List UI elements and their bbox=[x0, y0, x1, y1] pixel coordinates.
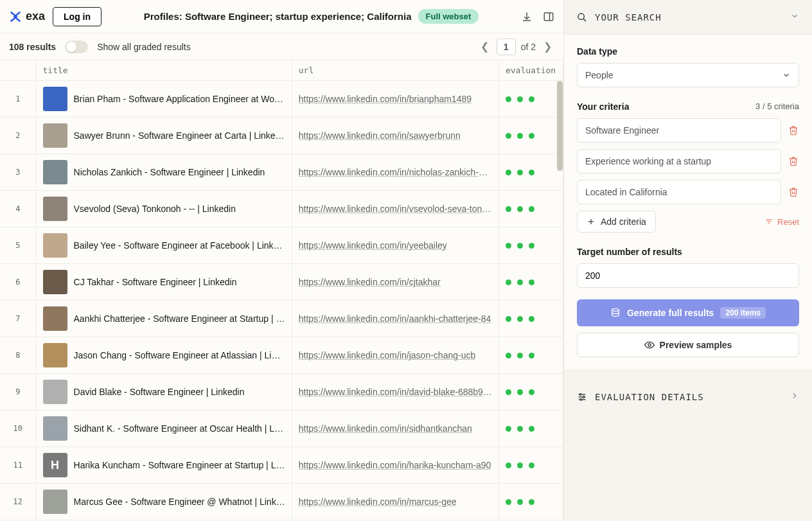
table-row[interactable]: 8Jason Chang - Software Engineer at Atla… bbox=[0, 337, 563, 374]
criteria-input[interactable]: Software Engineer bbox=[577, 118, 781, 143]
col-header-url[interactable]: url bbox=[292, 60, 499, 81]
evaluation-dots bbox=[506, 279, 556, 285]
evaluation-dots bbox=[506, 426, 556, 432]
criteria-input[interactable]: Located in California bbox=[577, 180, 781, 204]
table-row[interactable]: 9David Blake - Software Engineer | Linke… bbox=[0, 374, 563, 411]
table-row[interactable]: 12Marcus Gee - Software Engineer @ Whatn… bbox=[0, 484, 563, 520]
row-url[interactable]: https://www.linkedin.com/in/harika-kunch… bbox=[299, 460, 492, 470]
table-row[interactable]: 11HHarika Kuncham - Software Engineer at… bbox=[0, 447, 563, 484]
row-title: Vsevolod (Seva) Tonkonoh - -- | Linkedin bbox=[74, 204, 236, 214]
data-type-label: Data type bbox=[577, 46, 799, 57]
row-title: CJ Takhar - Software Engineer | Linkedin bbox=[74, 277, 237, 287]
avatar bbox=[43, 380, 67, 404]
row-index: 7 bbox=[0, 301, 36, 337]
your-search-header[interactable]: YOUR SEARCH bbox=[564, 0, 812, 34]
delete-criteria-button[interactable] bbox=[788, 156, 799, 166]
panel-toggle-icon[interactable] bbox=[543, 11, 554, 22]
col-header-evaluation[interactable]: evaluation bbox=[499, 60, 563, 81]
evaluation-dots bbox=[506, 499, 556, 505]
row-index: 5 bbox=[0, 227, 36, 264]
table-row[interactable]: 10Sidhant K. - Software Engineer at Osca… bbox=[0, 411, 563, 447]
show-all-label: Show all graded results bbox=[97, 42, 191, 52]
results-table: title url evaluation 1Brian Pham - Softw… bbox=[0, 60, 563, 520]
logo-text: exa bbox=[26, 10, 45, 23]
page-current[interactable]: 1 bbox=[497, 39, 516, 55]
target-label: Target number of results bbox=[577, 247, 799, 257]
table-row[interactable]: 6CJ Takhar - Software Engineer | Linkedi… bbox=[0, 264, 563, 301]
generate-count-pill: 200 items bbox=[720, 307, 766, 319]
col-header-title[interactable]: title bbox=[36, 60, 292, 81]
delete-criteria-button[interactable] bbox=[788, 187, 799, 197]
row-index: 4 bbox=[0, 191, 36, 227]
row-url[interactable]: https://www.linkedin.com/in/yeebailey bbox=[299, 240, 492, 251]
data-type-select[interactable]: People bbox=[577, 63, 799, 87]
evaluation-details-header[interactable]: EVALUATION DETAILS bbox=[564, 380, 812, 414]
generate-button[interactable]: Generate full results 200 items bbox=[577, 299, 799, 326]
row-title: Sidhant K. - Software Engineer at Oscar … bbox=[74, 423, 285, 434]
row-url[interactable]: https://www.linkedin.com/in/david-blake-… bbox=[299, 387, 492, 397]
preview-button[interactable]: Preview samples bbox=[577, 333, 799, 357]
row-index: 11 bbox=[0, 447, 36, 484]
evaluation-dots bbox=[506, 353, 556, 358]
row-url[interactable]: https://www.linkedin.com/in/vsevolod-sev… bbox=[299, 204, 492, 214]
svg-point-10 bbox=[648, 344, 651, 346]
row-index: 1 bbox=[0, 81, 36, 118]
evaluation-dots bbox=[506, 389, 556, 395]
delete-criteria-button[interactable] bbox=[788, 125, 799, 136]
prev-page-button[interactable]: ❮ bbox=[478, 40, 491, 53]
avatar bbox=[43, 87, 67, 111]
scrollbar-thumb[interactable] bbox=[557, 81, 563, 171]
target-input[interactable] bbox=[577, 263, 799, 288]
search-icon bbox=[577, 12, 587, 22]
row-url[interactable]: https://www.linkedin.com/in/sawyerbrunn bbox=[299, 130, 492, 141]
row-url[interactable]: https://www.linkedin.com/in/brianpham148… bbox=[299, 94, 492, 104]
table-row[interactable]: 4Vsevolod (Seva) Tonkonoh - -- | Linkedi… bbox=[0, 191, 563, 227]
evaluation-dots bbox=[506, 243, 556, 249]
logo[interactable]: exa bbox=[9, 10, 45, 23]
eye-icon bbox=[644, 340, 655, 350]
evaluation-details-label: EVALUATION DETAILS bbox=[595, 392, 704, 402]
next-page-button[interactable]: ❯ bbox=[541, 40, 554, 53]
search-panel: Data type People Your criteria 3 / 5 cri… bbox=[564, 34, 812, 371]
svg-point-16 bbox=[580, 398, 582, 400]
table-row[interactable]: 2Sawyer Brunn - Software Engineer at Car… bbox=[0, 118, 563, 154]
svg-point-2 bbox=[578, 13, 584, 19]
full-webset-badge: Full webset bbox=[418, 9, 479, 24]
row-title: David Blake - Software Engineer | Linked… bbox=[74, 387, 245, 397]
row-url[interactable]: https://www.linkedin.com/in/jason-chang-… bbox=[299, 350, 492, 360]
results-table-wrap: title url evaluation 1Brian Pham - Softw… bbox=[0, 60, 563, 521]
avatar: H bbox=[43, 453, 67, 477]
row-index: 9 bbox=[0, 374, 36, 411]
download-icon[interactable] bbox=[521, 11, 533, 22]
row-index: 12 bbox=[0, 484, 36, 520]
row-index: 3 bbox=[0, 154, 36, 191]
table-row[interactable]: 3Nicholas Zankich - Software Engineer | … bbox=[0, 154, 563, 191]
database-icon bbox=[610, 308, 621, 318]
plus-icon bbox=[587, 217, 596, 226]
row-url[interactable]: https://www.linkedin.com/in/marcus-gee bbox=[299, 497, 492, 507]
col-header-idx bbox=[0, 60, 36, 81]
show-all-toggle[interactable] bbox=[65, 40, 88, 53]
add-criteria-button[interactable]: Add criteria bbox=[577, 211, 656, 233]
topbar: exa Log in Profiles: Software Engineer; … bbox=[0, 0, 563, 33]
row-title: Marcus Gee - Software Engineer @ Whatnot… bbox=[74, 497, 285, 507]
reset-button[interactable]: Reset bbox=[764, 217, 799, 227]
table-row[interactable]: 5Bailey Yee - Software Engineer at Faceb… bbox=[0, 227, 563, 264]
row-url[interactable]: https://www.linkedin.com/in/cjtakhar bbox=[299, 277, 492, 287]
avatar bbox=[43, 343, 67, 367]
scrollbar[interactable] bbox=[556, 60, 563, 521]
table-row[interactable]: 7Aankhi Chatterjee - Software Engineer a… bbox=[0, 301, 563, 337]
page-of: of 2 bbox=[521, 42, 536, 52]
trash-icon bbox=[788, 125, 799, 136]
avatar bbox=[43, 490, 67, 514]
row-url[interactable]: https://www.linkedin.com/in/nicholas-zan… bbox=[299, 167, 492, 177]
row-index: 6 bbox=[0, 264, 36, 301]
login-button[interactable]: Log in bbox=[53, 7, 102, 26]
chevron-right-icon bbox=[790, 391, 799, 402]
row-url[interactable]: https://www.linkedin.com/in/sidhantkanch… bbox=[299, 423, 492, 434]
page-title: Profiles: Software Engineer; startup exp… bbox=[144, 11, 412, 22]
chevron-down-icon bbox=[782, 71, 791, 80]
criteria-input[interactable]: Experience working at a startup bbox=[577, 149, 781, 173]
table-row[interactable]: 1Brian Pham - Software Application Engin… bbox=[0, 81, 563, 118]
row-url[interactable]: https://www.linkedin.com/in/aankhi-chatt… bbox=[299, 313, 492, 324]
